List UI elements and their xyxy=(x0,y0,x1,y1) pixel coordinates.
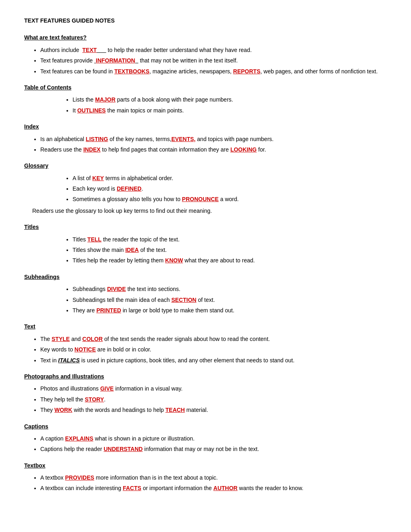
list-item: Text features can be found in TEXTBOOKS,… xyxy=(40,67,387,76)
section-titles: Titles Titles TELL the reader the topic … xyxy=(24,222,387,265)
list-item: Key words to NOTICE are in bold or in co… xyxy=(40,345,387,354)
page-container: TEXT FEATURES GUIDED NOTES What are text… xyxy=(24,16,387,493)
list-text: The STYLE and COLOR of the text sends th… xyxy=(40,335,387,365)
list-item: Titles help the reader by letting them K… xyxy=(73,256,387,265)
list-item: Authors include TEXT to help the reader … xyxy=(40,46,387,54)
section-photographs: Photographs and Illustrations Photos and… xyxy=(24,372,387,415)
heading-glossary: Glossary xyxy=(24,161,387,170)
list-glossary: A list of KEY terms in alphabetical orde… xyxy=(73,174,387,204)
list-what-are: Authors include TEXT to help the reader … xyxy=(40,46,387,76)
list-item: They are PRINTED in large or bold type t… xyxy=(73,306,387,315)
list-item: Titles TELL the reader the topic of the … xyxy=(73,235,387,244)
heading-what-are: What are text features? xyxy=(24,33,387,42)
heading-subheadings: Subheadings xyxy=(24,272,387,281)
section-toc: Table of Contents Lists the MAJOR parts … xyxy=(24,83,387,115)
list-item: Subheadings DIVIDE the text into section… xyxy=(73,285,387,293)
section-subheadings: Subheadings Subheadings DIVIDE the text … xyxy=(24,272,387,315)
list-textbox: A textbox PROVIDES more information than… xyxy=(40,473,387,493)
section-what-are: What are text features? Authors include … xyxy=(24,33,387,76)
list-item: A textbox PROVIDES more information than… xyxy=(40,473,387,482)
list-item: Subheadings tell the main idea of each S… xyxy=(73,295,387,304)
section-index: Index Is an alphabetical LISTING of the … xyxy=(24,122,387,154)
heading-titles: Titles xyxy=(24,222,387,231)
list-item: A list of KEY terms in alphabetical orde… xyxy=(73,174,387,183)
list-item: Text features provide INFORMATION that m… xyxy=(40,56,387,65)
page-title: TEXT FEATURES GUIDED NOTES xyxy=(24,16,387,25)
heading-captions: Captions xyxy=(24,422,387,431)
list-item: Titles show the main IDEA of the text. xyxy=(73,245,387,254)
section-textbox: Textbox A textbox PROVIDES more informat… xyxy=(24,461,387,493)
section-glossary: Glossary A list of KEY terms in alphabet… xyxy=(24,161,387,215)
list-toc: Lists the MAJOR parts of a book along wi… xyxy=(73,95,387,115)
heading-toc: Table of Contents xyxy=(24,83,387,92)
list-item: They help tell the STORY. xyxy=(40,395,387,404)
list-item: A caption EXPLAINS what is shown in a pi… xyxy=(40,434,387,443)
glossary-reader-note: Readers use the glossary to look up key … xyxy=(32,206,387,215)
list-item: Each key word is DEFINED. xyxy=(73,184,387,193)
list-item: The STYLE and COLOR of the text sends th… xyxy=(40,335,387,343)
heading-text: Text xyxy=(24,322,387,331)
list-item: They WORK with the words and headings to… xyxy=(40,405,387,414)
list-item: It OUTLINES the main topics or main poin… xyxy=(73,106,387,115)
list-titles: Titles TELL the reader the topic of the … xyxy=(73,235,387,265)
list-item: Readers use the INDEX to help find pages… xyxy=(40,145,387,154)
list-item: Is an alphabetical LISTING of the key na… xyxy=(40,135,387,143)
list-index: Is an alphabetical LISTING of the key na… xyxy=(40,135,387,154)
section-text: Text The STYLE and COLOR of the text sen… xyxy=(24,322,387,365)
list-item: A textbox can include interesting FACTS … xyxy=(40,484,387,493)
list-item: Lists the MAJOR parts of a book along wi… xyxy=(73,95,387,104)
list-item: Sometimes a glossary also tells you how … xyxy=(73,195,387,204)
heading-index: Index xyxy=(24,122,387,131)
list-item: Photos and illustrations GIVE informatio… xyxy=(40,384,387,393)
list-item: Captions help the reader UNDERSTAND info… xyxy=(40,445,387,453)
list-photographs: Photos and illustrations GIVE informatio… xyxy=(40,384,387,414)
heading-textbox: Textbox xyxy=(24,461,387,470)
list-item: Text in ITALICS is used in picture capti… xyxy=(40,356,387,365)
list-captions: A caption EXPLAINS what is shown in a pi… xyxy=(40,434,387,454)
list-subheadings: Subheadings DIVIDE the text into section… xyxy=(73,285,387,315)
heading-photographs: Photographs and Illustrations xyxy=(24,372,387,381)
section-captions: Captions A caption EXPLAINS what is show… xyxy=(24,422,387,454)
